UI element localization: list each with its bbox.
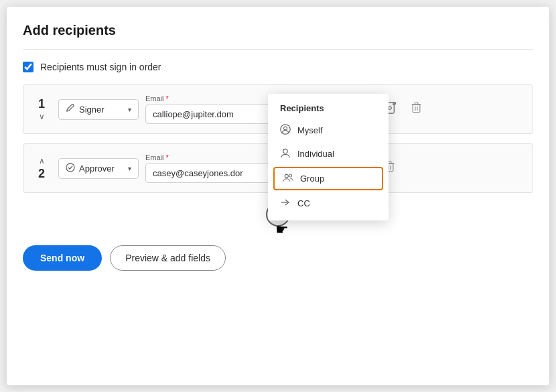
sign-order-checkbox[interactable] (23, 62, 33, 72)
role-select-2[interactable]: Approver ▾ (58, 158, 139, 179)
svg-rect-7 (413, 105, 420, 113)
role-field-group-1: Signer ▾ (58, 99, 139, 120)
svg-point-11 (284, 127, 287, 130)
dropdown-header: Recipients (268, 99, 389, 119)
send-now-button[interactable]: Send now (23, 245, 102, 271)
role-field-group-2: Approver ▾ (58, 158, 139, 179)
dropdown-item-cc[interactable]: CC (268, 192, 389, 215)
row-number-2: 2 (38, 168, 45, 180)
row-number-col-1: 1 ∨ (31, 98, 52, 121)
myself-icon (280, 124, 291, 137)
add-recipients-dialog: Add recipients Recipients must sign in o… (7, 7, 549, 385)
role-select-1[interactable]: Signer ▾ (58, 99, 139, 120)
svg-point-12 (283, 149, 287, 153)
required-marker-2: * (166, 153, 169, 161)
dialog-title: Add recipients (23, 23, 533, 38)
role-chevron-2: ▾ (128, 165, 131, 172)
individual-icon (280, 147, 291, 160)
myself-label: Myself (297, 125, 323, 135)
sign-order-label: Recipients must sign in order (40, 62, 161, 72)
dropdown-item-myself[interactable]: Myself (268, 119, 389, 142)
role-chevron-1: ▾ (128, 106, 131, 113)
dropdown-item-group[interactable]: Group (273, 167, 383, 190)
row-number-col-2: ∧ 2 (31, 157, 52, 180)
pen-icon-1 (66, 104, 75, 115)
email-field-group-2: Email * (145, 153, 279, 183)
row-up-arrow-2[interactable]: ∧ (39, 157, 45, 165)
group-label: Group (300, 174, 324, 184)
recipients-dropdown: Recipients Myself Individual (268, 94, 389, 220)
row-down-arrow-1[interactable]: ∨ (39, 113, 45, 121)
bottom-bar: Send now Preview & add fields (23, 239, 533, 271)
cc-icon (280, 197, 291, 210)
row-number-1: 1 (38, 98, 45, 110)
check-circle-icon-2 (66, 163, 75, 174)
delete-recipient-1[interactable] (407, 101, 426, 118)
email-input-2[interactable] (145, 164, 279, 183)
email-label-2: Email * (145, 153, 279, 161)
svg-point-14 (289, 174, 292, 177)
required-marker-1: * (166, 94, 169, 103)
svg-point-13 (285, 174, 288, 178)
role-text-1: Signer (79, 105, 124, 115)
preview-add-fields-button[interactable]: Preview & add fields (110, 245, 226, 271)
role-text-2: Approver (79, 164, 124, 174)
svg-point-16 (66, 163, 74, 171)
sign-order-row: Recipients must sign in order (23, 62, 533, 72)
svg-point-2 (389, 106, 392, 109)
individual-label: Individual (297, 149, 334, 159)
title-divider (23, 49, 533, 50)
dropdown-item-individual[interactable]: Individual (268, 142, 389, 166)
cc-label: CC (297, 198, 310, 208)
group-icon (283, 172, 293, 185)
